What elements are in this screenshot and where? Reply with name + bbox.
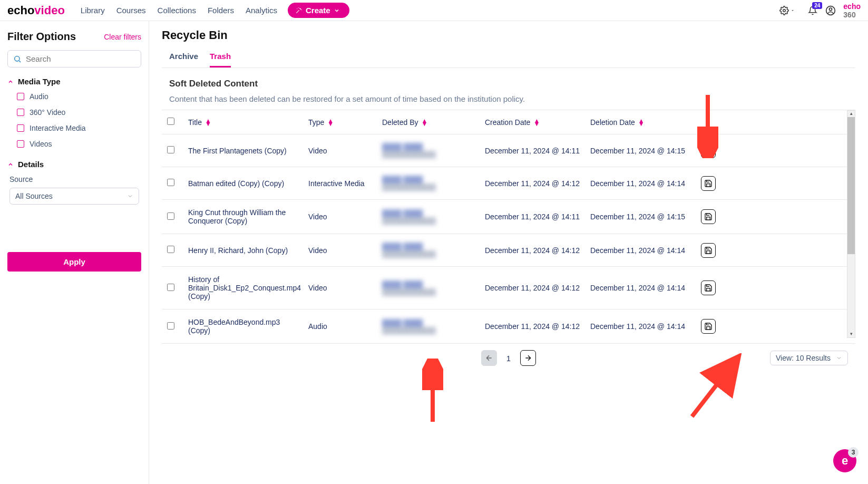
restore-button[interactable] (701, 280, 716, 295)
chevron-down-icon (836, 355, 842, 361)
search-icon (13, 55, 22, 63)
restore-button[interactable] (701, 143, 716, 158)
check-audio[interactable]: Audio (17, 92, 141, 101)
restore-icon (704, 246, 713, 255)
notif-badge: 24 (812, 2, 822, 9)
bell-icon[interactable]: 24 (807, 5, 818, 16)
row-creation-date: December 11, 2024 @ 14:12 (485, 179, 590, 188)
media-type-header[interactable]: Media Type (7, 77, 141, 86)
profile-icon[interactable] (825, 5, 836, 16)
row-deleted-by: ████ ████████████████ (382, 209, 485, 225)
check-360video[interactable]: 360° Video (17, 108, 141, 117)
sort-icon: ▲▼ (638, 119, 645, 125)
row-checkbox[interactable] (167, 146, 174, 153)
restore-button[interactable] (701, 243, 716, 258)
settings-icon[interactable] (779, 5, 789, 16)
col-title-header[interactable]: Title▲▼ (188, 118, 308, 127)
help-fab[interactable]: e 3 (833, 449, 856, 472)
row-creation-date: December 11, 2024 @ 14:12 (485, 246, 590, 255)
pagination: 1 View: 10 Results (162, 350, 855, 366)
row-checkbox[interactable] (167, 284, 174, 291)
create-button[interactable]: Create (288, 3, 349, 18)
secondary-logo[interactable]: echo360 (843, 2, 861, 19)
row-deletion-date: December 11, 2024 @ 14:14 (590, 284, 701, 292)
table-wrap: Title▲▼ Type▲▼ Deleted By▲▼ Creation Dat… (162, 110, 855, 344)
restore-icon (704, 322, 713, 331)
row-deleted-by: ████ ████████████████ (382, 319, 485, 334)
col-type-header[interactable]: Type▲▼ (308, 118, 382, 127)
logo[interactable]: echovideo (7, 4, 65, 17)
view-results-select[interactable]: View: 10 Results (770, 351, 848, 365)
apply-button[interactable]: Apply (7, 252, 141, 272)
row-title[interactable]: The First Plantagenets (Copy) (188, 147, 308, 155)
source-label: Source (9, 175, 141, 183)
top-nav: echovideo Library Courses Collections Fo… (0, 0, 868, 21)
select-all-checkbox[interactable] (167, 118, 174, 125)
main-content: Recycle Bin Archive Trash Soft Deleted C… (149, 21, 868, 484)
nav-courses[interactable]: Courses (116, 6, 146, 15)
row-deleted-by: ████ ████████████████ (382, 243, 485, 258)
sort-icon: ▲▼ (533, 119, 540, 125)
row-title[interactable]: History of Britain_Disk1_Ep2_Conquest.mp… (188, 275, 308, 301)
restore-button[interactable] (701, 209, 716, 224)
svg-point-0 (783, 9, 786, 12)
row-title[interactable]: King Cnut through William the Conqueror … (188, 208, 308, 225)
row-deleted-by: ████ ████████████████ (382, 176, 485, 191)
row-creation-date: December 11, 2024 @ 14:12 (485, 284, 590, 292)
tab-trash[interactable]: Trash (210, 52, 231, 67)
search-input[interactable] (26, 54, 135, 63)
arrow-right-icon (524, 354, 532, 362)
wand-icon (295, 7, 303, 14)
col-deletion-date-header[interactable]: Deletion Date▲▼ (590, 118, 701, 127)
table-row: Henry II, Richard, John (Copy)Video████ … (162, 234, 855, 267)
row-checkbox[interactable] (167, 212, 174, 220)
tabs: Archive Trash (162, 45, 855, 68)
col-deleted-by-header[interactable]: Deleted By▲▼ (382, 118, 485, 127)
nav-analytics[interactable]: Analytics (246, 6, 277, 15)
row-checkbox[interactable] (167, 246, 174, 253)
row-deleted-by: ████ ████████████████ (382, 143, 485, 158)
nav-folders[interactable]: Folders (208, 6, 234, 15)
row-deletion-date: December 11, 2024 @ 14:15 (590, 212, 701, 221)
clear-filters-link[interactable]: Clear filters (104, 33, 141, 41)
check-videos[interactable]: Videos (17, 140, 141, 148)
row-title[interactable]: Batman edited (Copy) (Copy) (188, 179, 308, 188)
row-checkbox[interactable] (167, 179, 174, 186)
restore-button[interactable] (701, 176, 716, 191)
section-description: Content that has been deleted can be res… (169, 94, 855, 103)
restore-icon (704, 179, 713, 188)
row-creation-date: December 11, 2024 @ 14:11 (485, 212, 590, 221)
row-title[interactable]: Henry II, Richard, John (Copy) (188, 246, 308, 255)
nav-collections[interactable]: Collections (158, 6, 196, 15)
page-title: Recycle Bin (162, 28, 855, 42)
restore-button[interactable] (701, 319, 716, 334)
source-select[interactable]: All Sources (9, 188, 139, 205)
scrollbar[interactable]: ▴▾ (847, 110, 855, 338)
row-title[interactable]: HOB_BedeAndBeyond.mp3 (Copy) (188, 318, 308, 335)
details-header[interactable]: Details (7, 160, 141, 169)
next-page-button[interactable] (520, 350, 536, 366)
fab-badge: 3 (848, 447, 859, 458)
row-deleted-by: ████ ████████████████ (382, 280, 485, 296)
section-subtitle: Soft Deleted Content (169, 79, 855, 89)
media-type-options: Audio 360° Video Interactive Media Video… (17, 92, 141, 148)
check-interactive[interactable]: Interactive Media (17, 124, 141, 132)
prev-page-button[interactable] (481, 350, 497, 366)
nav-links: Library Courses Collections Folders Anal… (81, 6, 277, 15)
svg-line-6 (692, 369, 729, 417)
row-type: Audio (308, 322, 382, 331)
restore-icon (704, 284, 713, 292)
row-checkbox[interactable] (167, 322, 174, 330)
search-box[interactable] (7, 50, 141, 67)
restore-icon (704, 212, 713, 221)
col-creation-date-header[interactable]: Creation Date▲▼ (485, 118, 590, 127)
chevron-down-icon (127, 193, 133, 199)
caret-down-icon (791, 8, 795, 13)
row-type: Video (308, 147, 382, 155)
chevron-up-icon (7, 79, 14, 85)
table-row: The First Plantagenets (Copy)Video████ █… (162, 134, 855, 167)
row-deletion-date: December 11, 2024 @ 14:14 (590, 179, 701, 188)
sort-icon: ▲▼ (327, 119, 334, 125)
tab-archive[interactable]: Archive (169, 52, 198, 67)
nav-library[interactable]: Library (81, 6, 105, 15)
